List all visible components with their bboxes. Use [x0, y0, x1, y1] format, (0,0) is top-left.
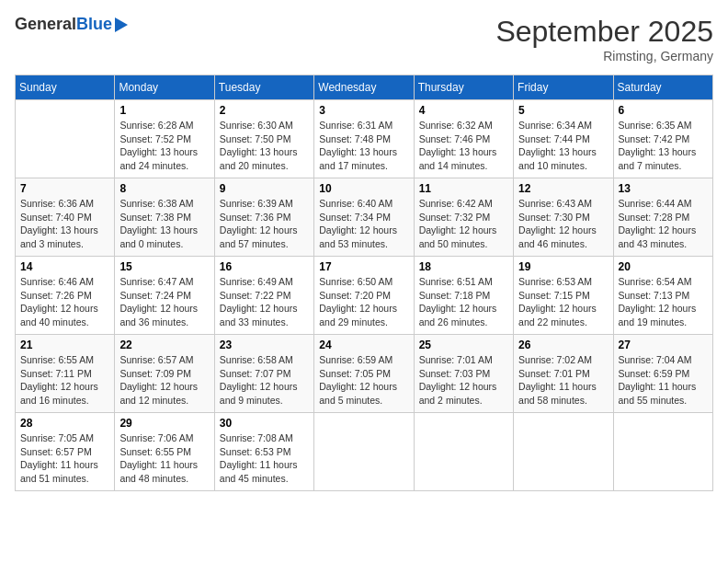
day-number: 13	[619, 182, 708, 195]
calendar-cell: 22Sunrise: 6:57 AM Sunset: 7:09 PM Dayli…	[115, 335, 214, 413]
day-number: 7	[20, 182, 109, 195]
calendar-cell: 18Sunrise: 6:51 AM Sunset: 7:18 PM Dayli…	[414, 257, 513, 335]
calendar-cell: 23Sunrise: 6:58 AM Sunset: 7:07 PM Dayli…	[214, 335, 313, 413]
cell-details: Sunrise: 6:51 AM Sunset: 7:18 PM Dayligh…	[419, 275, 508, 329]
cell-details: Sunrise: 6:57 AM Sunset: 7:09 PM Dayligh…	[119, 353, 209, 408]
calendar-week-row: 28Sunrise: 7:05 AM Sunset: 6:57 PM Dayli…	[16, 413, 713, 491]
logo: General Blue	[15, 15, 128, 34]
cell-details: Sunrise: 6:50 AM Sunset: 7:20 PM Dayligh…	[319, 275, 408, 329]
calendar-cell	[314, 413, 414, 491]
day-number: 25	[419, 339, 508, 351]
calendar-cell: 17Sunrise: 6:50 AM Sunset: 7:20 PM Dayli…	[314, 257, 414, 335]
cell-details: Sunrise: 6:32 AM Sunset: 7:46 PM Dayligh…	[419, 119, 508, 173]
cell-details: Sunrise: 6:28 AM Sunset: 7:52 PM Dayligh…	[119, 119, 209, 173]
calendar-cell: 25Sunrise: 7:01 AM Sunset: 7:03 PM Dayli…	[414, 335, 513, 413]
calendar-cell: 24Sunrise: 6:59 AM Sunset: 7:05 PM Dayli…	[314, 335, 414, 413]
day-number: 4	[419, 104, 508, 117]
calendar-cell: 3Sunrise: 6:31 AM Sunset: 7:48 PM Daylig…	[314, 100, 414, 178]
calendar-cell: 15Sunrise: 6:47 AM Sunset: 7:24 PM Dayli…	[115, 257, 214, 335]
cell-details: Sunrise: 6:53 AM Sunset: 7:15 PM Dayligh…	[518, 275, 608, 329]
location-subtitle: Rimsting, Germany	[495, 49, 713, 63]
cell-details: Sunrise: 7:04 AM Sunset: 6:59 PM Dayligh…	[619, 353, 708, 408]
day-number: 16	[220, 260, 309, 273]
cell-details: Sunrise: 6:34 AM Sunset: 7:44 PM Dayligh…	[518, 119, 608, 173]
calendar-cell: 26Sunrise: 7:02 AM Sunset: 7:01 PM Dayli…	[514, 335, 613, 413]
day-number: 1	[119, 104, 209, 117]
cell-details: Sunrise: 6:42 AM Sunset: 7:32 PM Dayligh…	[419, 197, 508, 251]
calendar-week-row: 7Sunrise: 6:36 AM Sunset: 7:40 PM Daylig…	[16, 178, 713, 257]
day-number: 29	[119, 417, 209, 430]
calendar-cell: 9Sunrise: 6:39 AM Sunset: 7:36 PM Daylig…	[214, 178, 313, 257]
day-number: 27	[619, 339, 708, 351]
cell-details: Sunrise: 6:55 AM Sunset: 7:11 PM Dayligh…	[20, 353, 109, 408]
cell-details: Sunrise: 6:47 AM Sunset: 7:24 PM Dayligh…	[119, 275, 209, 329]
month-title: September 2025	[495, 15, 713, 49]
logo-arrow-icon	[115, 17, 128, 32]
day-number: 28	[20, 417, 109, 430]
calendar-cell	[514, 413, 613, 491]
day-number: 19	[518, 260, 608, 273]
day-number: 11	[419, 182, 508, 195]
cell-details: Sunrise: 6:59 AM Sunset: 7:05 PM Dayligh…	[319, 353, 408, 408]
day-number: 12	[518, 182, 608, 195]
weekday-header: Saturday	[613, 75, 712, 100]
calendar-cell: 8Sunrise: 6:38 AM Sunset: 7:38 PM Daylig…	[115, 178, 214, 257]
calendar-header-row: SundayMondayTuesdayWednesdayThursdayFrid…	[16, 75, 713, 100]
day-number: 3	[319, 104, 408, 117]
day-number: 15	[119, 260, 209, 273]
day-number: 24	[319, 339, 408, 351]
calendar-cell: 14Sunrise: 6:46 AM Sunset: 7:26 PM Dayli…	[16, 257, 115, 335]
cell-details: Sunrise: 6:31 AM Sunset: 7:48 PM Dayligh…	[319, 119, 408, 173]
calendar-cell: 16Sunrise: 6:49 AM Sunset: 7:22 PM Dayli…	[214, 257, 313, 335]
weekday-header: Friday	[514, 75, 613, 100]
calendar-cell: 27Sunrise: 7:04 AM Sunset: 6:59 PM Dayli…	[613, 335, 712, 413]
weekday-header: Thursday	[414, 75, 513, 100]
calendar-cell: 11Sunrise: 6:42 AM Sunset: 7:32 PM Dayli…	[414, 178, 513, 257]
calendar-cell: 4Sunrise: 6:32 AM Sunset: 7:46 PM Daylig…	[414, 100, 513, 178]
calendar-cell: 6Sunrise: 6:35 AM Sunset: 7:42 PM Daylig…	[613, 100, 712, 178]
weekday-header: Wednesday	[314, 75, 414, 100]
calendar-cell: 5Sunrise: 6:34 AM Sunset: 7:44 PM Daylig…	[514, 100, 613, 178]
day-number: 14	[20, 260, 109, 273]
calendar-cell: 12Sunrise: 6:43 AM Sunset: 7:30 PM Dayli…	[514, 178, 613, 257]
calendar-cell: 7Sunrise: 6:36 AM Sunset: 7:40 PM Daylig…	[16, 178, 115, 257]
day-number: 21	[20, 339, 109, 351]
cell-details: Sunrise: 6:40 AM Sunset: 7:34 PM Dayligh…	[319, 197, 408, 251]
day-number: 26	[518, 339, 608, 351]
cell-details: Sunrise: 6:58 AM Sunset: 7:07 PM Dayligh…	[220, 353, 309, 408]
calendar-cell: 13Sunrise: 6:44 AM Sunset: 7:28 PM Dayli…	[613, 178, 712, 257]
logo-blue-text: Blue	[76, 15, 112, 34]
weekday-header: Monday	[115, 75, 214, 100]
calendar-cell: 21Sunrise: 6:55 AM Sunset: 7:11 PM Dayli…	[16, 335, 115, 413]
calendar-cell: 20Sunrise: 6:54 AM Sunset: 7:13 PM Dayli…	[613, 257, 712, 335]
cell-details: Sunrise: 6:30 AM Sunset: 7:50 PM Dayligh…	[220, 119, 309, 173]
weekday-header: Tuesday	[214, 75, 313, 100]
cell-details: Sunrise: 6:54 AM Sunset: 7:13 PM Dayligh…	[619, 275, 708, 329]
title-area: September 2025 Rimsting, Germany	[495, 15, 713, 63]
cell-details: Sunrise: 7:01 AM Sunset: 7:03 PM Dayligh…	[419, 353, 508, 408]
calendar-cell: 19Sunrise: 6:53 AM Sunset: 7:15 PM Dayli…	[514, 257, 613, 335]
day-number: 9	[220, 182, 309, 195]
day-number: 18	[419, 260, 508, 273]
cell-details: Sunrise: 6:35 AM Sunset: 7:42 PM Dayligh…	[619, 119, 708, 173]
calendar-cell	[16, 100, 115, 178]
day-number: 30	[220, 417, 309, 430]
calendar-cell: 28Sunrise: 7:05 AM Sunset: 6:57 PM Dayli…	[16, 413, 115, 491]
calendar-cell: 10Sunrise: 6:40 AM Sunset: 7:34 PM Dayli…	[314, 178, 414, 257]
day-number: 17	[319, 260, 408, 273]
cell-details: Sunrise: 7:08 AM Sunset: 6:53 PM Dayligh…	[220, 431, 309, 486]
cell-details: Sunrise: 7:02 AM Sunset: 7:01 PM Dayligh…	[518, 353, 608, 408]
day-number: 10	[319, 182, 408, 195]
calendar-week-row: 14Sunrise: 6:46 AM Sunset: 7:26 PM Dayli…	[16, 257, 713, 335]
weekday-header: Sunday	[16, 75, 115, 100]
day-number: 20	[619, 260, 708, 273]
calendar-cell: 2Sunrise: 6:30 AM Sunset: 7:50 PM Daylig…	[214, 100, 313, 178]
calendar-cell: 1Sunrise: 6:28 AM Sunset: 7:52 PM Daylig…	[115, 100, 214, 178]
cell-details: Sunrise: 6:49 AM Sunset: 7:22 PM Dayligh…	[220, 275, 309, 329]
calendar-table: SundayMondayTuesdayWednesdayThursdayFrid…	[15, 75, 713, 491]
cell-details: Sunrise: 7:05 AM Sunset: 6:57 PM Dayligh…	[20, 431, 109, 486]
cell-details: Sunrise: 7:06 AM Sunset: 6:55 PM Dayligh…	[119, 431, 209, 486]
cell-details: Sunrise: 6:38 AM Sunset: 7:38 PM Dayligh…	[119, 197, 209, 251]
day-number: 6	[619, 104, 708, 117]
day-number: 2	[220, 104, 309, 117]
